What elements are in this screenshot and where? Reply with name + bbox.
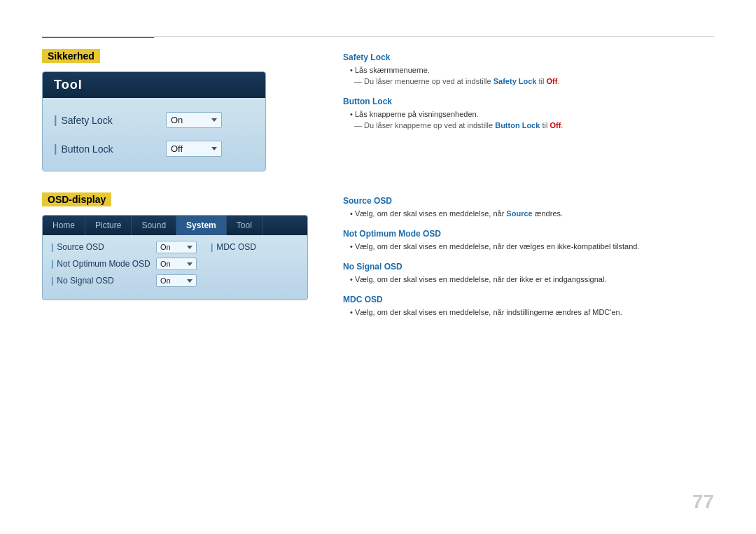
mdc-osd-desc-title: MDC OSD — [343, 295, 714, 304]
safety-lock-bullet-0: Lås skærmmenuerne. — [350, 66, 714, 74]
button-lock-desc: Button Lock Lås knapperne på visningsenh… — [343, 97, 714, 129]
no-signal-bullet: Vælg, om der skal vises en meddelelse, n… — [350, 275, 714, 283]
page-number: 77 — [692, 491, 714, 513]
source-osd-label: Source OSD — [51, 242, 156, 252]
tab-home[interactable]: Home — [43, 216, 85, 235]
osd-tabs-header: Home Picture Sound System Tool — [43, 216, 307, 235]
source-osd-bullet: Vælg, om der skal vises en meddelelse, n… — [350, 209, 714, 218]
tool-panel: Tool Safety Lock On — [42, 71, 266, 171]
tab-system[interactable]: System — [176, 216, 227, 235]
button-lock-row: Button Lock Off — [54, 141, 254, 157]
button-lock-dropdown-arrow — [211, 147, 217, 150]
safety-lock-select[interactable]: On — [166, 112, 222, 128]
source-osd-desc: Source OSD Vælg, om der skal vises en me… — [343, 196, 714, 218]
not-optimum-row: Not Optimum Mode OSD On — [51, 258, 197, 270]
mdc-osd-bullet: Vælg, om der skal vises en meddelelse, n… — [350, 308, 714, 316]
safety-lock-row: Safety Lock On — [54, 112, 254, 128]
no-signal-desc-title: No Signal OSD — [343, 262, 714, 272]
button-lock-desc-title: Button Lock — [343, 97, 714, 106]
safety-lock-dropdown-arrow — [211, 118, 217, 122]
safety-lock-desc-title: Safety Lock — [343, 52, 714, 62]
mdc-osd-label: MDC OSD — [211, 242, 308, 252]
tool-panel-header: Tool — [43, 72, 265, 98]
main-content: Sikkerhed Tool Safety Lock On — [42, 49, 714, 492]
not-optimum-desc-title: Not Optimum Mode OSD — [343, 229, 714, 239]
button-lock-off: Off — [550, 121, 561, 129]
not-optimum-label: Not Optimum Mode OSD — [51, 259, 156, 269]
sikkerhed-right: Safety Lock Lås skærmmenuerne. Du låser … — [343, 49, 714, 171]
no-signal-row: No Signal OSD On — [51, 274, 197, 287]
safety-lock-off: Off — [547, 77, 558, 85]
safety-lock-label: Safety Lock — [54, 114, 166, 127]
not-optimum-bullet: Vælg, om der skal vises en meddelelse, n… — [350, 242, 714, 251]
osd-left: OSD-display Home Picture Sound — [42, 192, 308, 328]
safety-lock-note-0: Du låser menuerne op ved at indstille Sa… — [354, 77, 714, 85]
osd-body: Source OSD On — [43, 235, 307, 300]
source-highlight: Source — [506, 209, 532, 218]
top-sections: Sikkerhed Tool Safety Lock On — [42, 49, 714, 171]
safety-lock-desc: Safety Lock Lås skærmmenuerne. Du låser … — [343, 52, 714, 85]
source-osd-arrow — [187, 246, 192, 249]
safety-lock-highlight: Safety Lock — [493, 77, 537, 85]
osd-panel: Home Picture Sound System Tool — [42, 215, 308, 300]
button-lock-note-0: Du låser knapperne op ved at indstille B… — [354, 121, 714, 129]
source-osd-row: Source OSD On — [51, 241, 197, 253]
tool-panel-body: Safety Lock On Button Lock — [43, 98, 265, 171]
osd-right-col: MDC OSD On — [204, 241, 308, 291]
not-optimum-arrow — [187, 262, 192, 266]
button-lock-bullet-0: Lås knapperne på visningsenheden. — [350, 110, 714, 118]
no-signal-select[interactable]: On — [156, 274, 197, 287]
button-lock-highlight: Button Lock — [495, 121, 540, 129]
bottom-sections: OSD-display Home Picture Sound — [42, 192, 714, 328]
sikkerhed-left: Sikkerhed Tool Safety Lock On — [42, 49, 308, 171]
tab-picture[interactable]: Picture — [85, 216, 132, 235]
page-container: Sikkerhed Tool Safety Lock On — [0, 0, 756, 534]
top-rule — [42, 36, 714, 37]
osd-display-title: OSD-display — [42, 192, 111, 206]
mdc-osd-desc: MDC OSD Vælg, om der skal vises en medde… — [343, 295, 714, 316]
source-osd-select[interactable]: On — [156, 241, 197, 253]
button-lock-label: Button Lock — [54, 143, 166, 155]
source-osd-desc-title: Source OSD — [343, 196, 714, 206]
tab-sound[interactable]: Sound — [132, 216, 176, 235]
not-optimum-desc: Not Optimum Mode OSD Vælg, om der skal v… — [343, 229, 714, 251]
sikkerhed-title: Sikkerhed — [42, 49, 100, 63]
no-signal-arrow — [187, 279, 192, 283]
no-signal-desc: No Signal OSD Vælg, om der skal vises en… — [343, 262, 714, 283]
osd-right: Source OSD Vælg, om der skal vises en me… — [343, 192, 714, 328]
osd-left-col: Source OSD On — [51, 241, 197, 291]
no-signal-label: No Signal OSD — [51, 276, 156, 286]
button-lock-select[interactable]: Off — [166, 141, 222, 157]
mdc-osd-row: MDC OSD On — [211, 241, 308, 253]
not-optimum-select[interactable]: On — [156, 258, 197, 270]
tab-tool[interactable]: Tool — [227, 216, 262, 235]
